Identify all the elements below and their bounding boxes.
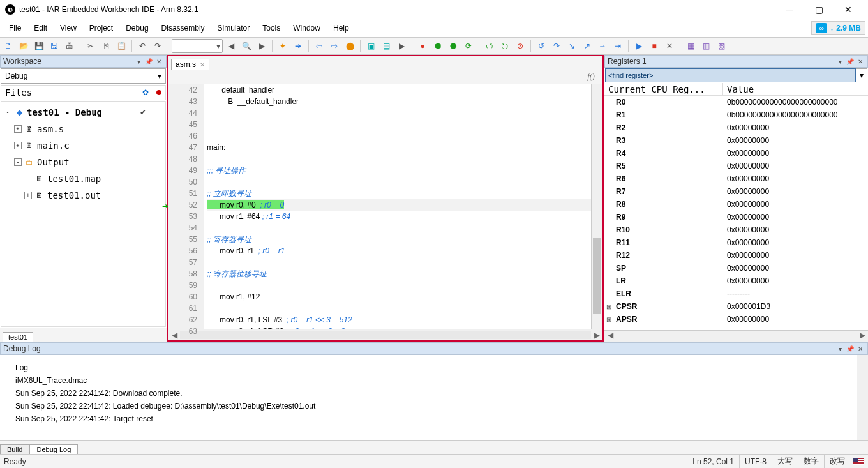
tree-toggle[interactable]: + bbox=[14, 125, 22, 133]
save-button[interactable]: 💾 bbox=[32, 39, 46, 53]
make-button[interactable]: ▤ bbox=[379, 39, 393, 53]
file-tree[interactable]: -◆test01 - Debug✔+🗎asm.s+🗎main.c-🗀Output… bbox=[1, 101, 166, 327]
register-row[interactable]: R80x00000000 bbox=[604, 198, 868, 211]
redo-button[interactable]: ↷ bbox=[151, 39, 165, 53]
tree-row[interactable]: -◆test01 - Debug✔ bbox=[1, 104, 165, 121]
register-row[interactable]: R70x00000000 bbox=[604, 185, 868, 198]
undo-button[interactable]: ↶ bbox=[135, 39, 149, 53]
log-tab-debug-log[interactable]: Debug Log bbox=[29, 444, 78, 454]
workspace-menu-button[interactable]: ▾ bbox=[134, 57, 143, 66]
toggle-bookmark-button[interactable]: ✦ bbox=[276, 39, 290, 53]
register-row[interactable]: R90x00000000 bbox=[604, 211, 868, 223]
register-find-input[interactable] bbox=[605, 68, 856, 82]
menu-project[interactable]: Project bbox=[83, 20, 119, 36]
debuglog-menu-button[interactable]: ▾ bbox=[835, 344, 844, 353]
registers-menu-button[interactable]: ▾ bbox=[835, 57, 844, 66]
editor-code[interactable]: __default_handler B __default_handlermai… bbox=[204, 84, 591, 329]
stop-build-button[interactable]: ▶ bbox=[394, 39, 408, 53]
register-row[interactable]: R120x00000000 bbox=[604, 249, 868, 262]
editor-tab[interactable]: asm.s ✕ bbox=[171, 59, 209, 70]
register-row[interactable]: ⊞CPSR0x000001D3 bbox=[604, 300, 868, 313]
tree-toggle[interactable]: + bbox=[14, 142, 22, 149]
new-file-button[interactable]: 🗋 bbox=[1, 39, 15, 53]
register-row[interactable]: R20x00000000 bbox=[604, 121, 868, 134]
cut-button[interactable]: ✂ bbox=[84, 39, 98, 53]
break-button[interactable]: ⭮ bbox=[498, 39, 512, 53]
register-row[interactable]: R00b000000000000000000000000 bbox=[604, 96, 868, 109]
editor-hscrollbar[interactable]: ◀▶ bbox=[168, 329, 602, 340]
register-find-dropdown[interactable]: ▾ bbox=[856, 68, 867, 82]
debuglog-pin-button[interactable]: 📌 bbox=[846, 344, 855, 353]
menu-edit[interactable]: Edit bbox=[27, 20, 54, 36]
workspace-pin-button[interactable]: 📌 bbox=[144, 57, 153, 66]
save-all-button[interactable]: 🖫 bbox=[47, 39, 61, 53]
download-debug-button[interactable]: ⬢ bbox=[431, 39, 445, 53]
minimize-button[interactable]: ─ bbox=[775, 0, 804, 19]
cloud-download-badge[interactable]: ∞ ↓ 2.9 MB bbox=[811, 21, 865, 35]
tree-toggle[interactable]: + bbox=[24, 192, 32, 199]
stop-debug-button[interactable]: ⊘ bbox=[513, 39, 527, 53]
register-row[interactable]: R10b000000000000000000000000 bbox=[604, 109, 868, 121]
tree-row[interactable]: +🗎test01.out bbox=[1, 187, 165, 204]
toggle-breakpoint-button[interactable]: ● bbox=[415, 39, 430, 53]
register-row[interactable]: R110x00000000 bbox=[604, 236, 868, 249]
memory-button[interactable]: ▥ bbox=[699, 39, 713, 53]
watch-button[interactable]: ▧ bbox=[714, 39, 728, 53]
register-row[interactable]: R100x00000000 bbox=[604, 223, 868, 236]
menu-disassembly[interactable]: Disassembly bbox=[155, 20, 211, 36]
find-prev-button[interactable]: ◀ bbox=[224, 39, 238, 53]
tree-row[interactable]: 🗎test01.map bbox=[1, 170, 165, 187]
register-row[interactable]: ⊞APSR0x00000000 bbox=[604, 313, 868, 326]
project-tab[interactable]: test01 bbox=[3, 332, 33, 342]
language-flag-icon[interactable] bbox=[853, 458, 864, 465]
register-row[interactable]: R50x00000000 bbox=[604, 160, 868, 172]
register-row[interactable]: SP0x00000000 bbox=[604, 262, 868, 275]
register-row[interactable]: R40x00000000 bbox=[604, 147, 868, 160]
menu-simulator[interactable]: Simulator bbox=[211, 20, 257, 36]
registers-close-button[interactable]: ✕ bbox=[856, 57, 865, 66]
debug-no-download-button[interactable]: ⬣ bbox=[446, 39, 460, 53]
registers-body[interactable]: R00b000000000000000000000000R10b00000000… bbox=[604, 96, 868, 330]
menu-file[interactable]: File bbox=[3, 20, 27, 36]
run-to-cursor-button[interactable]: ⇥ bbox=[611, 39, 625, 53]
debuglog-vscroll[interactable] bbox=[857, 355, 868, 440]
function-list-button[interactable]: f() bbox=[585, 72, 597, 83]
goto-bookmark-button[interactable]: ➔ bbox=[291, 39, 305, 53]
menu-tools[interactable]: Tools bbox=[256, 20, 287, 36]
register-row[interactable]: ELR--------- bbox=[604, 287, 868, 300]
tree-row[interactable]: +🗎asm.s bbox=[1, 121, 165, 137]
workspace-close-button[interactable]: ✕ bbox=[154, 57, 163, 66]
registers-pin-button[interactable]: 📌 bbox=[846, 57, 855, 66]
restart-button[interactable]: ⟳ bbox=[461, 39, 475, 53]
run-button[interactable]: ▶ bbox=[632, 39, 646, 53]
menu-window[interactable]: Window bbox=[287, 20, 327, 36]
find-button[interactable]: 🔍 bbox=[239, 39, 253, 53]
debug-log-body[interactable]: LogiMX6UL_Trace.dmacSun Sep 25, 2022 22:… bbox=[0, 355, 868, 440]
editor-vscrollbar[interactable] bbox=[591, 84, 602, 329]
paste-button[interactable]: 📋 bbox=[114, 39, 128, 53]
registers-hscroll[interactable]: ◀▶ bbox=[604, 330, 868, 342]
register-row[interactable]: R30x00000000 bbox=[604, 134, 868, 147]
print-button[interactable]: 🖶 bbox=[63, 39, 77, 53]
menu-debug[interactable]: Debug bbox=[119, 20, 154, 36]
tree-row[interactable]: +🗎main.c bbox=[1, 137, 165, 154]
compile-button[interactable]: ▣ bbox=[364, 39, 378, 53]
reset-button[interactable]: ↺ bbox=[534, 39, 548, 53]
register-row[interactable]: R60x00000000 bbox=[604, 172, 868, 185]
gear-icon[interactable]: ✿ bbox=[142, 88, 149, 97]
step-out-button[interactable]: ↗ bbox=[580, 39, 594, 53]
tree-toggle[interactable]: - bbox=[4, 109, 11, 116]
go-button[interactable]: ⭯ bbox=[483, 39, 497, 53]
step-into-button[interactable]: ↘ bbox=[565, 39, 579, 53]
maximize-button[interactable]: ▢ bbox=[804, 0, 834, 19]
step-over-button[interactable]: ↷ bbox=[550, 39, 564, 53]
nav-back-button[interactable]: ⇦ bbox=[312, 39, 326, 53]
close-debug-button[interactable]: ✕ bbox=[662, 39, 677, 53]
tree-toggle[interactable]: - bbox=[14, 158, 22, 166]
find-next-button[interactable]: ▶ bbox=[255, 39, 269, 53]
menu-view[interactable]: View bbox=[54, 20, 83, 36]
nav-up-button[interactable]: ⬤ bbox=[343, 39, 357, 53]
nav-fwd-button[interactable]: ⇨ bbox=[327, 39, 341, 53]
search-combo[interactable]: ▾ bbox=[172, 39, 223, 53]
next-statement-button[interactable]: → bbox=[595, 39, 610, 53]
